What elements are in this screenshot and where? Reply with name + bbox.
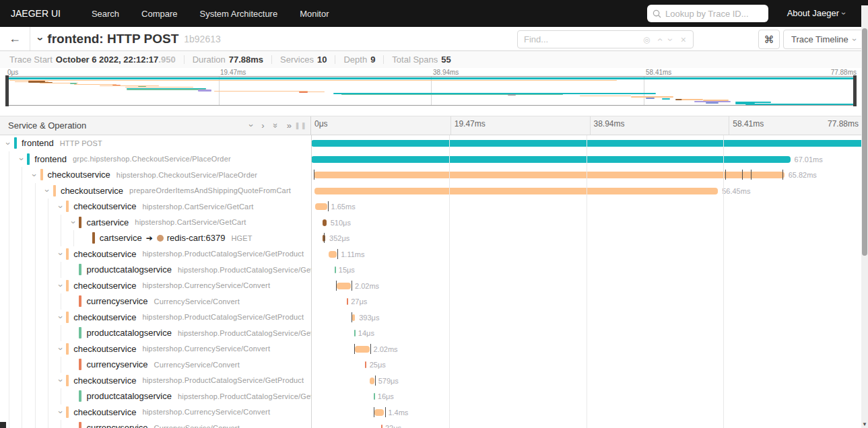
span-duration-bar[interactable] [381, 425, 382, 428]
service-name: productcatalogservice [86, 264, 171, 275]
find-input[interactable] [518, 34, 643, 44]
span-bar-cell[interactable]: 1.65ms [311, 199, 868, 215]
span-duration-bar[interactable] [352, 314, 355, 321]
expand-chevron-icon[interactable]: › [55, 343, 66, 355]
expand-chevron-icon[interactable]: › [29, 169, 40, 181]
nav-item-system-architecture[interactable]: System Architecture [200, 9, 278, 19]
span-name-cell[interactable]: ›checkoutservicehipstershop.CurrencyServ… [0, 278, 311, 294]
collapse-all-icon[interactable]: » [271, 123, 280, 128]
indent-guide [15, 420, 28, 428]
span-name-cell[interactable]: cartservice➔redis-cart:6379HGET [0, 230, 311, 246]
panel-divider[interactable] [311, 135, 312, 428]
span-duration-bar[interactable] [315, 203, 327, 210]
span-name-cell[interactable]: ›checkoutservicehipstershop.ProductCatal… [0, 310, 311, 326]
about-jaeger-menu[interactable]: About Jaeger › [787, 8, 845, 18]
expand-one-icon[interactable]: › [261, 121, 264, 130]
collapse-trace-chevron-icon[interactable]: › [34, 37, 46, 40]
nav-item-monitor[interactable]: Monitor [300, 9, 329, 19]
span-bar-cell[interactable]: 14μs [311, 325, 868, 341]
span-duration-bar[interactable] [374, 409, 385, 416]
span-duration-bar[interactable] [355, 346, 369, 353]
collapse-one-icon[interactable]: › [247, 124, 256, 127]
column-resize-grip[interactable]: ❚❚ [294, 122, 307, 129]
expand-all-icon[interactable]: » [287, 121, 292, 130]
span-duration-bar[interactable] [370, 378, 374, 384]
prev-match-icon[interactable]: › [655, 38, 665, 41]
span-name-cell[interactable]: ›frontendgrpc.hipstershop.CheckoutServic… [0, 151, 311, 168]
trace-lookup-input[interactable] [665, 9, 760, 19]
expand-chevron-icon[interactable]: › [3, 137, 14, 149]
span-duration-bar[interactable] [374, 393, 375, 400]
trace-view-selector[interactable]: Trace Timeline › [783, 30, 864, 49]
trace-title-group[interactable]: › frontend: HTTP POST 1b92613 [38, 27, 221, 50]
span-bar-cell[interactable]: 16μs [311, 388, 868, 404]
span-name-cell[interactable]: ›checkoutservicehipstershop.CheckoutServ… [0, 167, 311, 183]
span-duration-bar[interactable] [347, 298, 348, 305]
next-match-icon[interactable]: › [666, 38, 675, 41]
span-name-cell[interactable]: ›checkoutservicehipstershop.ProductCatal… [0, 246, 311, 262]
span-name-cell[interactable]: ›checkoutserviceprepareOrderItemsAndShip… [0, 183, 311, 199]
keyboard-shortcuts-button[interactable]: ⌘ [758, 30, 780, 49]
span-bar-cell[interactable] [311, 135, 868, 151]
trace-lookup-box[interactable] [647, 5, 768, 22]
span-name-cell[interactable]: ›checkoutservicehipstershop.CartService/… [0, 199, 311, 215]
span-bar-cell[interactable]: 2.02ms [311, 278, 868, 294]
span-name-cell[interactable]: productcatalogservicehipstershop.Product… [0, 325, 311, 341]
app-logo[interactable]: JAEGER UI [0, 8, 61, 19]
span-bar-cell[interactable]: 25μs [311, 357, 868, 373]
span-duration-bar[interactable] [335, 266, 336, 273]
span-duration-bar[interactable] [314, 172, 784, 178]
back-button[interactable]: ← [0, 27, 30, 50]
expand-chevron-icon[interactable]: › [55, 201, 66, 213]
span-name-cell[interactable]: ›frontendHTTP POST [0, 135, 311, 151]
span-name-cell[interactable]: currencyserviceCurrencyService/Convert [0, 357, 311, 373]
minimap-canvas[interactable] [5, 76, 857, 106]
span-bar-cell[interactable]: 22μs [311, 420, 868, 428]
span-duration-bar[interactable] [365, 361, 366, 368]
expand-chevron-icon[interactable]: › [42, 184, 53, 197]
span-bar-cell[interactable]: 27μs [311, 293, 868, 310]
span-name-cell[interactable]: productcatalogservicehipstershop.Product… [0, 262, 311, 278]
vertical-scrollbar-thumb[interactable] [862, 28, 867, 256]
span-bar-cell[interactable]: 15μs [311, 262, 868, 278]
clear-find-icon[interactable]: × [681, 34, 686, 45]
span-bar-cell[interactable]: 393μs [311, 310, 868, 326]
span-bar-cell[interactable]: 2.02ms [311, 341, 868, 357]
span-bar-cell[interactable]: 56.45ms [311, 183, 868, 199]
span-bar-cell[interactable]: 67.01ms [311, 151, 868, 168]
span-duration-bar[interactable] [329, 251, 337, 258]
nav-item-compare[interactable]: Compare [141, 9, 177, 19]
expand-chevron-icon[interactable]: › [67, 216, 79, 228]
scrollbar-down-arrow-icon[interactable]: ▼ [861, 421, 868, 427]
span-duration-bar[interactable] [354, 330, 356, 336]
span-duration-bar[interactable] [311, 156, 791, 163]
span-name-cell[interactable]: currencyserviceCurrencyService/Convert [0, 293, 311, 310]
span-duration-bar[interactable] [311, 140, 868, 147]
expand-chevron-icon[interactable]: › [15, 153, 27, 165]
span-bar-cell[interactable]: 352μs [311, 230, 868, 246]
span-name-cell[interactable]: ›checkoutservicehipstershop.ProductCatal… [0, 373, 311, 389]
match-target-icon[interactable]: ◎ [643, 35, 650, 44]
span-bar-cell[interactable]: 1.4ms [311, 404, 868, 421]
span-name-cell[interactable]: ›checkoutservicehipstershop.CurrencyServ… [0, 404, 311, 421]
expand-chevron-icon[interactable]: › [55, 311, 66, 323]
vertical-scrollbar[interactable]: ▼ [861, 5, 868, 428]
expand-chevron-icon[interactable]: › [55, 406, 66, 418]
span-bar-cell[interactable]: 510μs [311, 215, 868, 231]
expand-chevron-icon[interactable]: › [55, 248, 66, 260]
span-duration-bar[interactable] [323, 219, 326, 226]
expand-chevron-icon[interactable]: › [55, 279, 66, 291]
span-name-cell[interactable]: currencyserviceCurrencyService/Convert [0, 420, 311, 428]
span-name-cell[interactable]: ›cartservicehipstershop.CartService/GetC… [0, 215, 311, 231]
span-bar-cell[interactable]: 579μs [311, 373, 868, 389]
span-duration-bar[interactable] [337, 283, 351, 289]
span-name-cell[interactable]: ›checkoutservicehipstershop.CurrencyServ… [0, 341, 311, 357]
span-bar-cell[interactable]: 1.11ms [311, 246, 868, 262]
span-duration-bar[interactable] [314, 188, 718, 194]
minimap-left-drag-handle[interactable] [5, 75, 9, 106]
minimap-right-drag-handle[interactable] [853, 75, 857, 106]
span-name-cell[interactable]: productcatalogservicehipstershop.Product… [0, 388, 311, 404]
expand-chevron-icon[interactable]: › [55, 374, 66, 386]
span-bar-cell[interactable]: 65.82ms [311, 167, 868, 183]
nav-item-search[interactable]: Search [92, 9, 119, 19]
